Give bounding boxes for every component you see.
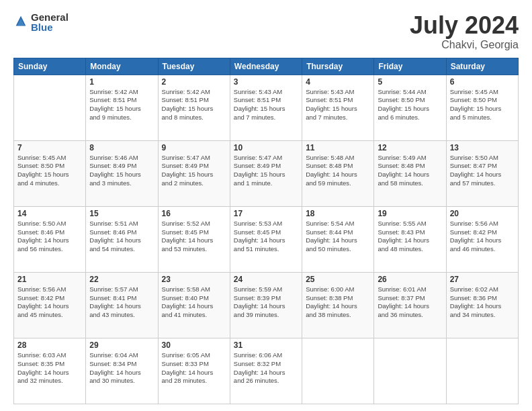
calendar-cell: 31Sunrise: 6:06 AM Sunset: 8:32 PM Dayli…: [230, 338, 302, 404]
day-info: Sunrise: 5:46 AM Sunset: 8:49 PM Dayligh…: [89, 154, 154, 188]
day-info: Sunrise: 5:55 AM Sunset: 8:43 PM Dayligh…: [378, 220, 442, 254]
day-number: 19: [378, 209, 442, 218]
day-info: Sunrise: 5:44 AM Sunset: 8:50 PM Dayligh…: [378, 88, 442, 122]
calendar-cell: 7Sunrise: 5:45 AM Sunset: 8:50 PM Daylig…: [14, 140, 86, 206]
day-info: Sunrise: 5:45 AM Sunset: 8:50 PM Dayligh…: [17, 154, 82, 188]
calendar-cell: 24Sunrise: 5:59 AM Sunset: 8:39 PM Dayli…: [230, 272, 302, 338]
day-number: 29: [89, 340, 154, 350]
day-info: Sunrise: 5:42 AM Sunset: 8:51 PM Dayligh…: [162, 88, 226, 122]
day-number: 24: [234, 275, 298, 284]
calendar-cell: [302, 338, 374, 404]
calendar-cell: 22Sunrise: 5:57 AM Sunset: 8:41 PM Dayli…: [86, 272, 158, 338]
title-block: July 2024 Chakvi, Georgia: [410, 12, 519, 51]
calendar-cell: 23Sunrise: 5:58 AM Sunset: 8:40 PM Dayli…: [158, 272, 230, 338]
day-info: Sunrise: 5:43 AM Sunset: 8:51 PM Dayligh…: [306, 88, 370, 122]
day-info: Sunrise: 6:00 AM Sunset: 8:38 PM Dayligh…: [306, 285, 370, 320]
weekday-header-row: SundayMondayTuesdayWednesdayThursdayFrid…: [14, 58, 519, 75]
day-number: 28: [17, 340, 82, 350]
weekday-header-friday: Friday: [374, 58, 446, 75]
calendar-table: SundayMondayTuesdayWednesdayThursdayFrid…: [13, 58, 519, 404]
logo-icon: [13, 15, 28, 30]
day-number: 8: [89, 143, 154, 152]
day-number: 18: [306, 209, 370, 218]
day-info: Sunrise: 6:06 AM Sunset: 8:32 PM Dayligh…: [234, 351, 298, 385]
weekday-header-sunday: Sunday: [14, 58, 86, 75]
day-info: Sunrise: 5:50 AM Sunset: 8:47 PM Dayligh…: [450, 154, 515, 188]
day-info: Sunrise: 5:56 AM Sunset: 8:42 PM Dayligh…: [17, 285, 82, 320]
page: General Blue July 2024 Chakvi, Georgia S…: [0, 0, 532, 411]
calendar-cell: 11Sunrise: 5:48 AM Sunset: 8:48 PM Dayli…: [302, 140, 374, 206]
calendar-cell: 10Sunrise: 5:47 AM Sunset: 8:49 PM Dayli…: [230, 140, 302, 206]
calendar-cell: 26Sunrise: 6:01 AM Sunset: 8:37 PM Dayli…: [374, 272, 446, 338]
calendar-cell: 25Sunrise: 6:00 AM Sunset: 8:38 PM Dayli…: [302, 272, 374, 338]
day-info: Sunrise: 5:56 AM Sunset: 8:42 PM Dayligh…: [450, 220, 515, 254]
day-number: 13: [450, 143, 515, 152]
day-number: 30: [162, 340, 226, 350]
day-info: Sunrise: 5:48 AM Sunset: 8:48 PM Dayligh…: [306, 154, 370, 188]
calendar-cell: 1Sunrise: 5:42 AM Sunset: 8:51 PM Daylig…: [86, 75, 158, 140]
calendar-cell: 2Sunrise: 5:42 AM Sunset: 8:51 PM Daylig…: [158, 75, 230, 140]
day-info: Sunrise: 5:45 AM Sunset: 8:50 PM Dayligh…: [450, 88, 515, 122]
day-number: 20: [450, 209, 515, 218]
day-number: 12: [378, 143, 442, 152]
calendar-cell: 13Sunrise: 5:50 AM Sunset: 8:47 PM Dayli…: [446, 140, 518, 206]
day-number: 22: [89, 275, 154, 284]
weekday-header-saturday: Saturday: [446, 58, 518, 75]
day-number: 10: [234, 143, 298, 152]
day-info: Sunrise: 5:51 AM Sunset: 8:46 PM Dayligh…: [89, 220, 154, 254]
logo-blue-text: Blue: [31, 22, 69, 32]
day-info: Sunrise: 5:59 AM Sunset: 8:39 PM Dayligh…: [234, 285, 298, 320]
day-number: 16: [162, 209, 226, 218]
calendar-cell: 12Sunrise: 5:49 AM Sunset: 8:48 PM Dayli…: [374, 140, 446, 206]
calendar-cell: [374, 338, 446, 404]
day-number: 31: [234, 340, 298, 350]
day-info: Sunrise: 6:05 AM Sunset: 8:33 PM Dayligh…: [162, 351, 226, 385]
day-number: 5: [378, 77, 442, 87]
calendar-cell: [14, 75, 86, 140]
calendar-cell: 30Sunrise: 6:05 AM Sunset: 8:33 PM Dayli…: [158, 338, 230, 404]
day-number: 1: [89, 77, 154, 87]
day-info: Sunrise: 5:52 AM Sunset: 8:45 PM Dayligh…: [162, 220, 226, 254]
day-number: 26: [378, 275, 442, 284]
calendar-body: 1Sunrise: 5:42 AM Sunset: 8:51 PM Daylig…: [14, 75, 519, 404]
day-number: 9: [162, 143, 226, 152]
day-number: 21: [17, 275, 82, 284]
day-info: Sunrise: 6:04 AM Sunset: 8:34 PM Dayligh…: [89, 351, 154, 385]
calendar-cell: 5Sunrise: 5:44 AM Sunset: 8:50 PM Daylig…: [374, 75, 446, 140]
day-info: Sunrise: 5:43 AM Sunset: 8:51 PM Dayligh…: [234, 88, 298, 122]
calendar-cell: 16Sunrise: 5:52 AM Sunset: 8:45 PM Dayli…: [158, 206, 230, 272]
day-info: Sunrise: 5:47 AM Sunset: 8:49 PM Dayligh…: [162, 154, 226, 188]
day-info: Sunrise: 6:01 AM Sunset: 8:37 PM Dayligh…: [378, 285, 442, 320]
weekday-header-thursday: Thursday: [302, 58, 374, 75]
day-info: Sunrise: 6:02 AM Sunset: 8:36 PM Dayligh…: [450, 285, 515, 320]
location-title: Chakvi, Georgia: [410, 39, 519, 51]
calendar-cell: 21Sunrise: 5:56 AM Sunset: 8:42 PM Dayli…: [14, 272, 86, 338]
calendar-cell: 27Sunrise: 6:02 AM Sunset: 8:36 PM Dayli…: [446, 272, 518, 338]
day-number: 14: [17, 209, 82, 218]
weekday-header-wednesday: Wednesday: [230, 58, 302, 75]
calendar-cell: 19Sunrise: 5:55 AM Sunset: 8:43 PM Dayli…: [374, 206, 446, 272]
logo: General Blue: [13, 12, 69, 32]
day-number: 25: [306, 275, 370, 284]
day-number: 3: [234, 77, 298, 87]
day-number: 4: [306, 77, 370, 87]
logo-text: General Blue: [31, 12, 69, 32]
weekday-header-tuesday: Tuesday: [158, 58, 230, 75]
calendar-cell: 28Sunrise: 6:03 AM Sunset: 8:35 PM Dayli…: [14, 338, 86, 404]
day-info: Sunrise: 5:58 AM Sunset: 8:40 PM Dayligh…: [162, 285, 226, 320]
calendar-cell: 29Sunrise: 6:04 AM Sunset: 8:34 PM Dayli…: [86, 338, 158, 404]
calendar-week-5: 28Sunrise: 6:03 AM Sunset: 8:35 PM Dayli…: [14, 338, 519, 404]
calendar-cell: 9Sunrise: 5:47 AM Sunset: 8:49 PM Daylig…: [158, 140, 230, 206]
calendar-cell: 15Sunrise: 5:51 AM Sunset: 8:46 PM Dayli…: [86, 206, 158, 272]
month-title: July 2024: [410, 12, 519, 39]
calendar-week-3: 14Sunrise: 5:50 AM Sunset: 8:46 PM Dayli…: [14, 206, 519, 272]
day-number: 23: [162, 275, 226, 284]
calendar-cell: 3Sunrise: 5:43 AM Sunset: 8:51 PM Daylig…: [230, 75, 302, 140]
day-number: 6: [450, 77, 515, 87]
day-info: Sunrise: 6:03 AM Sunset: 8:35 PM Dayligh…: [17, 351, 82, 385]
day-number: 11: [306, 143, 370, 152]
day-info: Sunrise: 5:42 AM Sunset: 8:51 PM Dayligh…: [89, 88, 154, 122]
calendar-week-1: 1Sunrise: 5:42 AM Sunset: 8:51 PM Daylig…: [14, 75, 519, 140]
calendar-cell: 6Sunrise: 5:45 AM Sunset: 8:50 PM Daylig…: [446, 75, 518, 140]
calendar-cell: 14Sunrise: 5:50 AM Sunset: 8:46 PM Dayli…: [14, 206, 86, 272]
